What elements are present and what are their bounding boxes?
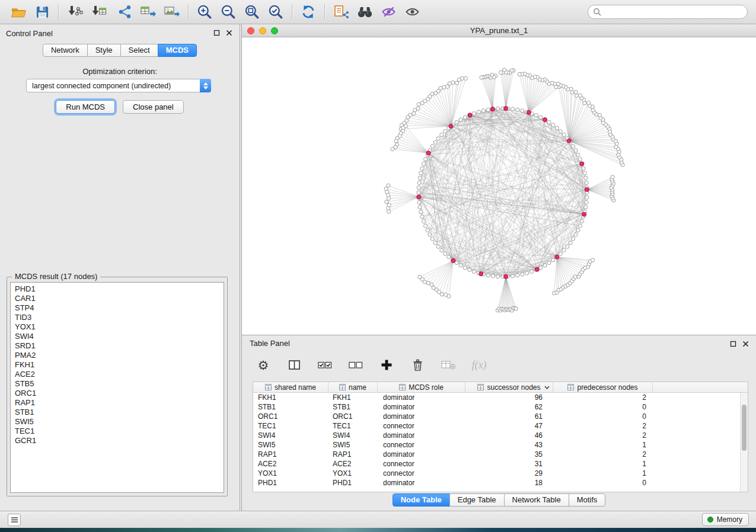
run-mcds-button[interactable]: Run MCDS	[56, 100, 115, 114]
cell-shared-name[interactable]: SWI4	[253, 431, 328, 440]
mcds-result-item[interactable]: GCR1	[11, 436, 224, 446]
open-session-button[interactable]	[8, 2, 28, 22]
export-table-button[interactable]	[138, 2, 158, 22]
float-panel-icon[interactable]	[730, 341, 736, 347]
save-session-button[interactable]	[32, 2, 52, 22]
cell-successor-nodes[interactable]: 31	[465, 460, 553, 468]
table-row[interactable]: YOX1YOX1connector291	[253, 469, 740, 478]
cell-mcds-role[interactable]: connector	[378, 422, 465, 430]
cell-successor-nodes[interactable]: 96	[465, 393, 553, 402]
tab-network-table[interactable]: Network Table	[504, 493, 569, 507]
cell-name[interactable]: YOX1	[328, 469, 378, 477]
scrollbar-thumb[interactable]	[742, 405, 747, 451]
show-columns-button[interactable]	[286, 357, 302, 373]
deselect-all-button[interactable]	[347, 357, 364, 373]
memory-button[interactable]: Memory	[702, 513, 749, 526]
cell-successor-nodes[interactable]: 46	[465, 431, 553, 440]
cell-shared-name[interactable]: PHD1	[253, 479, 328, 487]
import-table-button[interactable]	[88, 2, 109, 22]
global-search-field[interactable]	[588, 5, 748, 19]
cell-successor-nodes[interactable]: 62	[465, 403, 553, 411]
delete-column-button[interactable]	[409, 357, 426, 373]
mcds-result-item[interactable]: FKH1	[11, 360, 224, 370]
cell-mcds-role[interactable]: dominator	[378, 393, 465, 402]
tab-node-table[interactable]: Node Table	[393, 493, 450, 507]
cell-predecessor-nodes[interactable]: 2	[553, 431, 653, 440]
close-panel-button[interactable]: Close panel	[123, 100, 184, 114]
cell-successor-nodes[interactable]: 47	[465, 422, 553, 430]
table-row[interactable]: RAP1RAP1dominator352	[253, 450, 740, 459]
zoom-selected-button[interactable]	[266, 2, 286, 22]
table-settings-button[interactable]: ⚙	[255, 357, 272, 373]
cell-successor-nodes[interactable]: 43	[465, 441, 553, 449]
cell-shared-name[interactable]: ORC1	[253, 412, 328, 421]
import-network-button[interactable]	[65, 2, 85, 22]
close-panel-icon[interactable]	[742, 341, 749, 347]
mcds-result-item[interactable]: STP4	[11, 303, 224, 313]
tab-network[interactable]: Network	[43, 44, 88, 57]
table-scrollbar[interactable]	[740, 393, 748, 492]
mcds-result-list[interactable]: PHD1CAR1STP4TID3YOX1SWI4SRD1PMA2FKH1ACE2…	[10, 282, 224, 493]
panel-menu-button[interactable]	[8, 514, 21, 526]
cell-predecessor-nodes[interactable]: 0	[553, 479, 653, 487]
zoom-in-button[interactable]	[194, 2, 215, 22]
mcds-result-item[interactable]: TEC1	[11, 427, 224, 436]
export-image-button[interactable]	[162, 2, 182, 22]
cell-shared-name[interactable]: SWI5	[253, 441, 328, 449]
mcds-result-item[interactable]: SWI4	[11, 332, 224, 341]
show-view-button[interactable]	[402, 2, 422, 22]
cell-shared-name[interactable]: ACE2	[253, 460, 328, 468]
mcds-result-item[interactable]: STB1	[11, 408, 224, 417]
zoom-fit-button[interactable]	[242, 2, 262, 22]
cell-mcds-role[interactable]: connector	[378, 469, 465, 477]
cell-mcds-role[interactable]: dominator	[378, 450, 465, 459]
cell-mcds-role[interactable]: dominator	[378, 479, 465, 487]
cell-name[interactable]: SWI5	[328, 441, 378, 449]
network-graph[interactable]	[242, 37, 755, 335]
column-header-shared-name[interactable]: shared name	[253, 382, 328, 392]
column-header-name[interactable]: name	[328, 382, 378, 392]
cell-name[interactable]: ORC1	[328, 412, 378, 421]
table-row[interactable]: ACE2ACE2connector311	[253, 459, 740, 469]
cell-mcds-role[interactable]: connector	[378, 441, 465, 449]
mcds-result-item[interactable]: RAP1	[11, 398, 224, 408]
export-network-button[interactable]	[114, 2, 135, 22]
add-column-button[interactable]	[378, 357, 395, 373]
cell-predecessor-nodes[interactable]: 2	[553, 450, 653, 459]
mcds-result-item[interactable]: SRD1	[11, 341, 224, 351]
mcds-result-item[interactable]: YOX1	[11, 322, 224, 332]
maximize-window-icon[interactable]	[271, 27, 278, 34]
table-row[interactable]: SWI4SWI4dominator462	[253, 431, 740, 440]
mcds-result-item[interactable]: CAR1	[11, 294, 224, 303]
zoom-out-button[interactable]	[218, 2, 238, 22]
cell-mcds-role[interactable]: connector	[378, 460, 465, 468]
cell-predecessor-nodes[interactable]: 0	[553, 412, 653, 421]
function-builder-button-disabled[interactable]: f(x)	[471, 357, 487, 373]
table-row[interactable]: FKH1FKH1dominator962	[253, 393, 740, 402]
close-panel-icon[interactable]	[226, 30, 232, 36]
table-row[interactable]: SWI5SWI5connector431	[253, 440, 740, 450]
mcds-result-item[interactable]: PHD1	[11, 284, 224, 294]
table-row[interactable]: ORC1ORC1dominator610	[253, 412, 740, 421]
close-window-icon[interactable]	[247, 27, 254, 34]
cell-name[interactable]: SWI4	[328, 431, 378, 440]
cell-name[interactable]: ACE2	[328, 460, 378, 468]
cell-name[interactable]: PHD1	[328, 479, 378, 487]
cell-predecessor-nodes[interactable]: 1	[553, 460, 653, 468]
find-button[interactable]	[355, 2, 375, 22]
cell-shared-name[interactable]: STB1	[253, 403, 328, 411]
delete-table-button-disabled[interactable]	[440, 357, 457, 373]
cell-predecessor-nodes[interactable]: 1	[553, 441, 653, 449]
table-row[interactable]: TEC1TEC1connector472	[253, 421, 740, 431]
column-header-mcds-role[interactable]: MCDS role	[378, 382, 465, 392]
cell-name[interactable]: TEC1	[328, 422, 378, 430]
cell-mcds-role[interactable]: dominator	[378, 412, 465, 421]
minimize-window-icon[interactable]	[259, 27, 266, 34]
cell-shared-name[interactable]: YOX1	[253, 469, 328, 477]
cell-successor-nodes[interactable]: 18	[465, 479, 553, 487]
cell-shared-name[interactable]: FKH1	[253, 393, 328, 402]
tab-mcds[interactable]: MCDS	[158, 44, 197, 57]
export-document-button[interactable]	[331, 2, 351, 22]
tab-edge-table[interactable]: Edge Table	[449, 493, 505, 507]
cell-successor-nodes[interactable]: 61	[465, 412, 553, 421]
